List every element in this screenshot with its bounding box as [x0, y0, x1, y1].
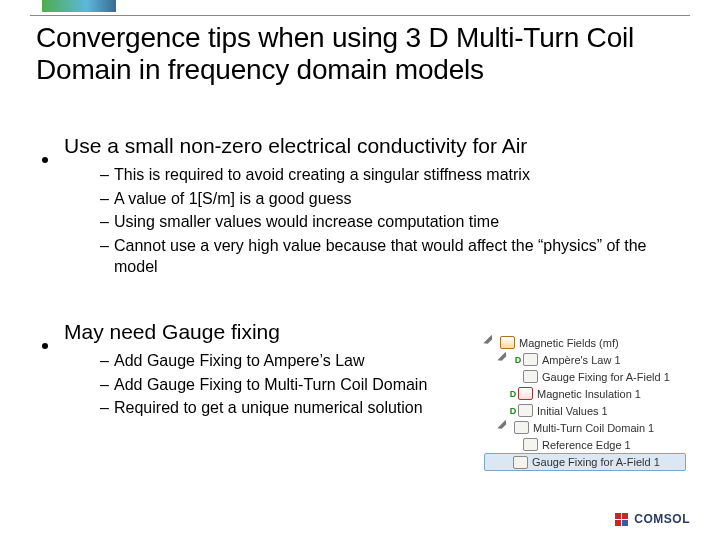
tree-item[interactable]: D Initial Values 1: [482, 402, 686, 419]
feature-node-icon: [523, 370, 538, 383]
tree-label: Ampère's Law 1: [542, 354, 621, 366]
expand-arrow-icon: [497, 420, 512, 435]
sub-text: Required to get a unique numerical solut…: [114, 397, 423, 419]
feature-node-icon: [514, 421, 529, 434]
tree-label: Magnetic Fields (mf): [519, 337, 619, 349]
spacer-icon: [498, 389, 507, 398]
header-rule: [30, 15, 690, 16]
tree-item[interactable]: D Magnetic Insulation 1: [482, 385, 686, 402]
feature-node-icon: [513, 456, 528, 469]
dash-icon: –: [100, 164, 114, 186]
bullet-2-text: May need Gauge fixing: [64, 320, 280, 344]
feature-node-icon: [523, 353, 538, 366]
tree-label: Gauge Fixing for A-Field 1: [542, 371, 670, 383]
tree-label: Reference Edge 1: [542, 439, 631, 451]
physics-node-icon: [500, 336, 515, 349]
brand-text: COMSOL: [634, 512, 690, 526]
bullet-1-subs: –This is required to avoid creating a si…: [100, 164, 690, 278]
sub-text: A value of 1[S/m] is a good guess: [114, 188, 351, 210]
brand-mark-icon: [615, 513, 628, 526]
tree-label: Initial Values 1: [537, 405, 608, 417]
tree-item[interactable]: Multi-Turn Coil Domain 1: [482, 419, 686, 436]
feature-node-icon: [518, 404, 533, 417]
sub-text: This is required to avoid creating a sin…: [114, 164, 530, 186]
tree-root[interactable]: Magnetic Fields (mf): [482, 334, 686, 351]
bullet-1: Use a small non-zero electrical conducti…: [36, 134, 690, 158]
bullet-1-text: Use a small non-zero electrical conducti…: [64, 134, 527, 158]
dash-icon: –: [100, 397, 114, 419]
spacer-icon: [512, 372, 521, 381]
tree-item-selected[interactable]: Gauge Fixing for A-Field 1: [484, 453, 686, 471]
feature-node-icon: [518, 387, 533, 400]
tree-item[interactable]: Gauge Fixing for A-Field 1: [482, 368, 686, 385]
model-tree-panel: Magnetic Fields (mf) D Ampère's Law 1 Ga…: [482, 334, 686, 471]
sub-text: Using smaller values would increase comp…: [114, 211, 499, 233]
bullet-dot-icon: [42, 157, 48, 163]
tree-item[interactable]: D Ampère's Law 1: [482, 351, 686, 368]
dash-icon: –: [100, 350, 114, 372]
domain-badge-icon: D: [509, 406, 517, 416]
dash-icon: –: [100, 211, 114, 233]
spacer-icon: [512, 440, 521, 449]
sub-text: Add Gauge Fixing to Ampere’s Law: [114, 350, 365, 372]
dash-icon: –: [100, 235, 114, 257]
brand-logo: COMSOL: [615, 512, 690, 526]
expand-arrow-icon: [497, 352, 512, 367]
tree-item[interactable]: Reference Edge 1: [482, 436, 686, 453]
sub-text: Cannot use a very high value because tha…: [114, 235, 690, 278]
sub-text: Add Gauge Fixing to Multi-Turn Coil Doma…: [114, 374, 427, 396]
tree-label: Multi-Turn Coil Domain 1: [533, 422, 654, 434]
feature-node-icon: [523, 438, 538, 451]
bullet-dot-icon: [42, 343, 48, 349]
expand-arrow-icon: [483, 335, 498, 350]
domain-badge-icon: D: [509, 389, 517, 399]
tree-label: Gauge Fixing for A-Field 1: [532, 456, 660, 468]
slide-title: Convergence tips when using 3 D Multi-Tu…: [36, 22, 690, 86]
tree-label: Magnetic Insulation 1: [537, 388, 641, 400]
dash-icon: –: [100, 374, 114, 396]
spacer-icon: [498, 406, 507, 415]
dash-icon: –: [100, 188, 114, 210]
domain-badge-icon: D: [514, 355, 522, 365]
header-accent-graphic: [42, 0, 116, 12]
